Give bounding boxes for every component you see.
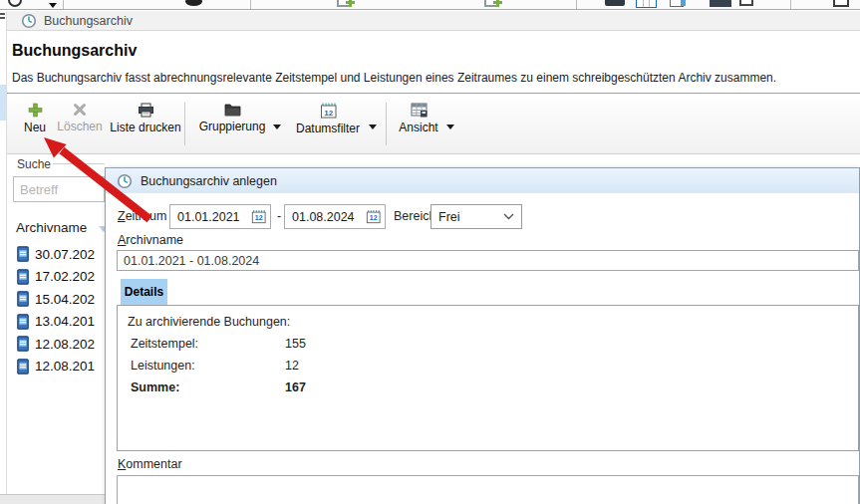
archive-box-icon [17, 314, 29, 330]
toolbar-divider [250, 0, 251, 10]
dialog-title: Buchungsarchiv anlegen [141, 174, 277, 188]
archive-name: 12.08.201 [35, 359, 95, 374]
toolbar-divider [63, 0, 64, 10]
archive-box-icon [17, 246, 29, 262]
svg-text:12: 12 [370, 214, 378, 221]
archivname-input[interactable] [117, 250, 859, 271]
bereich-selected-value: Frei [438, 210, 460, 224]
ansicht-dropdown-caret-icon[interactable] [446, 125, 454, 129]
blue-table-icon[interactable] [636, 0, 657, 8]
app-window: Buchungsarchiv Buchungsarchiv Das Buchun… [0, 0, 860, 504]
date-to-input[interactable]: 01.08.2024 12 [284, 204, 386, 229]
date-range-separator: - [277, 209, 281, 223]
list-item[interactable]: 30.07.202 [7, 243, 105, 266]
tab-details[interactable]: Details [121, 279, 167, 305]
dialog-titlebar[interactable]: Buchungsarchiv anlegen [106, 168, 859, 193]
gruppierung-button[interactable]: Gruppierung [191, 103, 273, 148]
archivname-label: Archivname [118, 233, 183, 247]
archive-name: 30.07.202 [35, 247, 95, 262]
list-item[interactable]: 15.04.202 [7, 288, 105, 311]
dark-monitor-icon[interactable] [605, 0, 625, 6]
details-heading: Zu archivierende Buchungen: [128, 315, 290, 329]
kommentar-textarea[interactable] [117, 475, 859, 504]
archive-box-icon [17, 269, 29, 285]
datumsfilter-label: Datumsfilter [296, 122, 360, 135]
archive-box-icon [17, 359, 29, 375]
statusbar-cropped [0, 494, 105, 504]
leistungen-label: Leistungen: [131, 359, 195, 373]
search-group-label: Suche [15, 157, 53, 171]
leistungen-value: 12 [285, 359, 299, 373]
gruppierung-label: Gruppierung [199, 120, 266, 133]
ansicht-button[interactable]: Ansicht [394, 103, 443, 148]
zeitstempel-value: 155 [285, 337, 306, 351]
panel-grip-icon [0, 13, 5, 21]
list-item[interactable]: 13.04.201 [7, 311, 105, 334]
clock-icon [117, 173, 133, 189]
page-title: Buchungsarchiv [12, 42, 137, 60]
archivname-column-header[interactable]: Archivname [16, 220, 87, 235]
tab-buchungsarchiv[interactable]: Buchungsarchiv [7, 11, 860, 31]
dropdown-caret-icon[interactable] [49, 3, 57, 8]
ansicht-label: Ansicht [399, 121, 437, 134]
side-panel-edge [0, 11, 7, 504]
list-item[interactable]: 17.02.202 [7, 266, 105, 289]
printer-icon [138, 103, 154, 118]
grid-view-icon [411, 103, 428, 118]
datumsfilter-button[interactable]: 12 Datumsfilter [290, 103, 366, 148]
loeschen-label: Löschen [57, 120, 102, 133]
calendar-picker-icon[interactable]: 12 [366, 209, 381, 224]
clipboard-icon[interactable] [670, 0, 684, 7]
date-from-value: 01.01.2021 [177, 210, 240, 224]
folder-icon [224, 103, 241, 117]
date-from-input[interactable]: 01.01.2021 12 [169, 204, 271, 229]
document-add-icon[interactable] [484, 0, 499, 7]
plus-icon [28, 103, 43, 118]
liste-drucken-button[interactable]: Liste drucken [107, 103, 184, 148]
tab-label: Buchungsarchiv [44, 14, 133, 28]
buchungsarchiv-anlegen-dialog: Buchungsarchiv anlegen Zeitraum 01.01.20… [105, 167, 860, 504]
search-input[interactable] [13, 176, 105, 202]
clock-icon [21, 13, 37, 29]
archive-name: 17.02.202 [35, 269, 95, 284]
zeitstempel-label: Zeitstempel: [131, 337, 198, 351]
toolbar-divider [576, 0, 577, 10]
document-add-icon[interactable] [337, 0, 352, 7]
list-item[interactable]: 12.08.202 [7, 333, 105, 356]
calendar-icon: 12 [320, 103, 337, 119]
loeschen-button[interactable]: Löschen [51, 103, 109, 148]
chevron-down-icon [503, 213, 514, 220]
delete-x-icon [73, 103, 87, 117]
details-panel: Zu archivierende Buchungen: Zeitstempel:… [117, 305, 859, 451]
summe-value: 167 [285, 380, 306, 394]
archive-name: 13.04.201 [35, 314, 95, 329]
gruppierung-dropdown-caret-icon[interactable] [273, 125, 281, 129]
archive-name: 12.08.202 [35, 337, 95, 352]
search-groupbox-border [48, 163, 105, 164]
window-add-icon[interactable] [833, 0, 849, 7]
window-icon[interactable] [739, 0, 753, 6]
datumsfilter-dropdown-caret-icon[interactable] [369, 125, 377, 129]
panel-selection-fragment [0, 85, 6, 121]
toolbar-divider [790, 0, 791, 10]
zeitraum-label: Zeitraum [118, 209, 166, 223]
list-item[interactable]: 12.08.201 [7, 356, 105, 378]
toolbar-divider [386, 103, 387, 145]
circle-icon[interactable] [8, 0, 22, 7]
archive-box-icon [17, 291, 29, 307]
printer-dark-icon[interactable] [710, 0, 731, 7]
dark-oval-icon[interactable] [185, 0, 202, 6]
command-toolbar: Neu Löschen Liste drucken Gruppie [7, 94, 860, 154]
archive-box-icon [17, 336, 29, 352]
main-toolbar-cropped [0, 0, 860, 10]
liste-drucken-label: Liste drucken [110, 121, 180, 134]
svg-text:12: 12 [255, 214, 263, 221]
page-description: Das Buchungsarchiv fasst abrechnungsrele… [12, 71, 776, 85]
date-to-value: 01.08.2024 [292, 210, 355, 224]
toolbar-divider [184, 103, 185, 145]
archive-name: 15.04.202 [35, 292, 95, 307]
calendar-picker-icon[interactable]: 12 [251, 209, 266, 224]
summe-label: Summe: [131, 380, 179, 394]
bereich-select[interactable]: Frei [430, 204, 522, 229]
archive-list: 30.07.202 17.02.202 15.04.202 13.04.201 … [7, 243, 105, 378]
